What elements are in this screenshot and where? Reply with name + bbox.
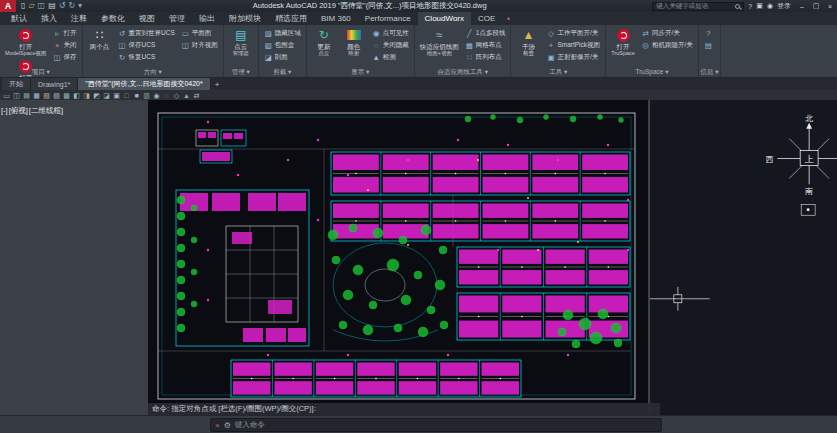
command-close-icon[interactable]: ×	[215, 421, 220, 430]
ribbon-button-剖面[interactable]: ◪剖面	[262, 51, 303, 63]
ribbon-button-工作平面开/关[interactable]: ◇工作平面开/关	[544, 27, 602, 39]
ribbon-button-1点多段线[interactable]: ╱1点多段线	[463, 27, 508, 39]
panel-title[interactable]: 剪裁 ▾	[259, 67, 306, 77]
ribbon-button-包围盒[interactable]: ▧包围盒	[262, 39, 303, 51]
open-file-icon[interactable]: ▱	[28, 2, 34, 10]
ribbon-button-打开TruSpace[interactable]: 打开TruSpace	[609, 27, 637, 58]
side-viewport[interactable]: 北南西东上	[649, 100, 837, 415]
save-icon[interactable]: ◫	[38, 2, 46, 10]
new-file-icon[interactable]: ▯	[21, 2, 25, 10]
ribbon-button-点可见性[interactable]: ◉点可见性	[370, 27, 411, 39]
toolbar-icon-7[interactable]: ◧	[72, 91, 81, 100]
toolbar-icon-10[interactable]: ◪	[102, 91, 111, 100]
ribbon-button-info-tool[interactable]: ▤	[702, 39, 717, 51]
ribbon-tab-精选应用[interactable]: 精选应用	[268, 12, 314, 25]
panel-title[interactable]: 工具 ▾	[511, 67, 605, 77]
toolbar-icon-1[interactable]: ◫	[12, 91, 21, 100]
toolbar-icon-9[interactable]: ◩	[92, 91, 101, 100]
ribbon-button-关闭隐藏[interactable]: ◌关闭隐藏	[370, 39, 411, 51]
viewport-menu-control[interactable]: [-]	[1, 106, 8, 115]
ribbon-tab-注释[interactable]: 注释	[64, 12, 94, 25]
viewport-visual-style-control[interactable]: [二维线框]	[29, 106, 63, 115]
toolbar-icon-12[interactable]: □	[122, 91, 131, 100]
ribbon-tab-附加模块[interactable]: 附加模块	[222, 12, 268, 25]
ribbon-button-SmartPick视图[interactable]: +SmartPick视图	[544, 39, 602, 51]
ribbon-button-打开ModelSpace视图[interactable]: 打开ModelSpace视图	[3, 27, 49, 58]
minimize-button[interactable]: –	[795, 0, 809, 12]
panel-title[interactable]: 信息 ▾	[699, 67, 720, 77]
panel-title[interactable]: 管理 ▾	[224, 67, 258, 77]
viewport-view-control[interactable]: [俯视]	[9, 106, 28, 115]
ribbon-tab-CloudWorx[interactable]: CloudWorx	[418, 12, 471, 25]
undo-icon[interactable]: ↺	[59, 2, 66, 10]
cart-icon[interactable]: ▣	[756, 2, 763, 10]
panel-title[interactable]: TruSpace ▾	[606, 67, 698, 77]
ribbon-tab-COE[interactable]: COE	[471, 12, 502, 25]
ribbon-button-更新点云[interactable]: ↻更新点云	[310, 27, 338, 58]
ribbon-button-平面图[interactable]: ▭平面图	[179, 27, 220, 39]
toolbar-icon-16[interactable]: ◌	[162, 91, 171, 100]
ribbon-tab-插入[interactable]: 插入	[34, 12, 64, 25]
redo-icon[interactable]: ↻	[68, 2, 75, 10]
ribbon-button-正射影像开/关[interactable]: ▣正射影像开/关	[544, 51, 602, 63]
model-viewport[interactable]	[148, 100, 648, 415]
workspace-icon[interactable]: ▪	[502, 12, 515, 25]
toolbar-icon-15[interactable]: ◉	[152, 91, 161, 100]
ribbon-tab-参数化[interactable]: 参数化	[94, 12, 132, 25]
ribbon-button-对齐视图[interactable]: ◫对齐视图	[179, 39, 220, 51]
ribbon-button-保存UCS[interactable]: ◫保存UCS	[116, 39, 177, 51]
toolbar-icon-18[interactable]: ▲	[182, 91, 191, 100]
ribbon-tab-视图[interactable]: 视图	[132, 12, 162, 25]
toolbar-icon-13[interactable]: ■	[132, 91, 141, 100]
ribbon-button-颜色映射[interactable]: 颜色映射	[340, 27, 368, 58]
ribbon-button-网格布点[interactable]: ▦网格布点	[463, 39, 508, 51]
ribbon-button-打开[interactable]: ▹打开	[51, 27, 79, 39]
maximize-button[interactable]: ▢	[809, 0, 823, 12]
ribbon-tab-默认[interactable]: 默认	[4, 12, 34, 25]
panel-title[interactable]: 显示 ▾	[307, 67, 414, 77]
help-search-box[interactable]: 键入关键字或短语	[652, 2, 744, 11]
close-button[interactable]: ×	[823, 0, 837, 12]
toolbar-icon-14[interactable]: ▥	[142, 91, 151, 100]
ribbon-button-重置到世界UCS[interactable]: ↺重置到世界UCS	[116, 27, 177, 39]
ribbon-button-隐藏区域[interactable]: ▨隐藏区域	[262, 27, 303, 39]
ribbon-button-检测[interactable]: ▲检测	[370, 51, 411, 63]
ribbon-tab-BIM 360[interactable]: BIM 360	[314, 12, 358, 25]
toolbar-icon-19[interactable]: ⇄	[192, 91, 201, 100]
ribbon-button-info-tool[interactable]: ?	[702, 27, 717, 39]
toolbar-icon-6[interactable]: ▩	[62, 91, 71, 100]
panel-title[interactable]: 自适应周线工具 ▾	[415, 67, 511, 77]
command-input[interactable]: × ⚙ 键入命令	[210, 418, 662, 432]
file-tab[interactable]: Drawing1*	[31, 78, 78, 90]
autocad-logo-icon[interactable]: A	[0, 0, 16, 12]
ribbon-button-点云管理器[interactable]: ▤点云管理器	[227, 27, 255, 58]
ribbon-button-关闭[interactable]: ×关闭	[51, 39, 79, 51]
new-drawing-tab-button[interactable]: +	[211, 78, 224, 90]
panel-title[interactable]: 方向 ▾	[83, 67, 223, 77]
toolbar-icon-3[interactable]: ▦	[32, 91, 41, 100]
ribbon-button-两个点[interactable]: ∷两个点	[86, 27, 114, 51]
ribbon-tab-Performance[interactable]: Performance	[358, 12, 418, 25]
qat-dropdown-icon[interactable]: ▾	[78, 2, 82, 10]
ribbon-button-快适应切线图地面+墙面[interactable]: ≈快适应切线图地面+墙面	[418, 27, 461, 58]
toolbar-icon-2[interactable]: ▤	[22, 91, 31, 100]
search-icon[interactable]	[735, 4, 740, 9]
ribbon-button-相机跟随开/关[interactable]: ◎相机跟随开/关	[639, 39, 695, 51]
toolbar-icon-11[interactable]: ▣	[112, 91, 121, 100]
ribbon-tab-管理[interactable]: 管理	[162, 12, 192, 25]
signin-label[interactable]: 登录	[777, 1, 791, 11]
ribbon-button-保存[interactable]: ◫保存	[51, 51, 79, 63]
toolbar-icon-0[interactable]: ▭	[2, 91, 11, 100]
command-customize-icon[interactable]: ⚙	[224, 421, 231, 430]
toolbar-icon-17[interactable]: ◇	[172, 91, 181, 100]
help-icon[interactable]: ?	[748, 3, 752, 10]
file-tab[interactable]: 开始	[2, 78, 31, 90]
ribbon-button-阵列布点[interactable]: ∷阵列布点	[463, 51, 508, 63]
ribbon-button-干涉检查[interactable]: ▲干涉检查	[514, 27, 542, 58]
ribbon-tab-输出[interactable]: 输出	[192, 12, 222, 25]
user-icon[interactable]: ◉	[767, 2, 773, 10]
toolbar-icon-4[interactable]: ▧	[42, 91, 51, 100]
file-tab[interactable]: "西侍堂"(同侪,文...日地形图接交0420*	[78, 78, 210, 90]
panel-title[interactable]: 项目 ▾	[0, 67, 82, 77]
ribbon-button-同步开/关[interactable]: ⇄同步开/关	[639, 27, 695, 39]
